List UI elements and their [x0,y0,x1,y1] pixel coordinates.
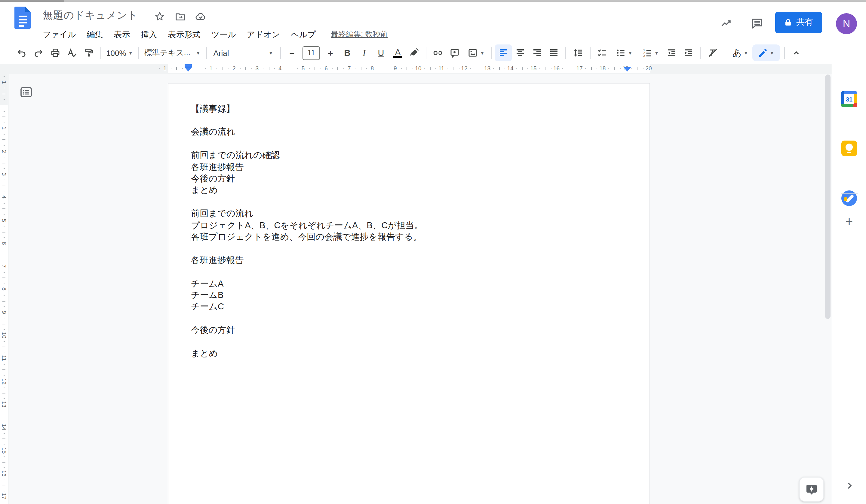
tasks-icon[interactable] [841,191,857,206]
keep-icon[interactable] [841,140,857,156]
star-button[interactable] [152,9,167,24]
menu-item-tools[interactable]: ツール [206,27,242,42]
add-comment-button[interactable] [446,44,463,61]
doc-line[interactable]: 会議の流れ [191,126,625,138]
menu-item-file[interactable]: ファイル [37,27,81,42]
menu-item-addons[interactable]: アドオン [242,27,286,42]
first-line-indent-marker[interactable] [184,64,191,67]
doc-line[interactable]: 今後の方針 [191,173,625,185]
doc-line[interactable]: チームC [191,301,625,313]
menu-item-format[interactable]: 表示形式 [163,27,206,42]
doc-line[interactable]: 今後の方針 [191,324,625,336]
doc-line[interactable]: チームA [191,278,625,289]
paragraph-styles-select[interactable]: 標準テキス... ▼ [142,44,203,61]
font-select[interactable]: Arial ▼ [210,44,277,61]
calendar-icon[interactable]: 31 [841,91,857,107]
doc-line[interactable]: 前回までの流れの確認 [191,150,625,161]
clear-formatting-button[interactable] [704,44,722,61]
insert-image-button[interactable]: ▼ [463,44,489,61]
ruler-tick [3,352,5,353]
open-comments-button[interactable] [748,14,766,32]
doc-line[interactable]: 各班プロジェクトを進め、今回の会議で進捗を報告する。 [191,231,625,243]
doc-line[interactable] [191,138,625,150]
doc-line[interactable]: 各班進捗報告 [191,161,625,173]
undo-button[interactable] [13,44,30,61]
decrease-indent-button[interactable] [663,44,680,61]
v-ruler-number: 11 [1,354,7,362]
document-page[interactable]: 【議事録】 会議の流れ 前回までの流れの確認各班進捗報告今後の方針まとめ 前回ま… [167,83,650,504]
divider [784,47,785,59]
hide-menus-button[interactable] [788,44,805,61]
insert-link-button[interactable] [430,44,446,61]
ruler-tick [3,456,5,457]
show-outline-button[interactable] [19,85,33,99]
doc-line[interactable]: 各班進捗報告 [191,255,625,266]
increase-indent-button[interactable] [680,44,697,61]
redo-button[interactable] [30,44,47,61]
ruler-tick [314,67,315,70]
doc-line[interactable] [191,243,625,255]
left-indent-marker[interactable] [184,67,191,71]
justify-button[interactable] [546,44,563,61]
docs-logo-icon[interactable] [14,6,31,28]
numbered-list-button[interactable]: 1 2 3 ▼ [637,44,664,61]
bold-button[interactable]: B [339,44,356,61]
doc-line[interactable] [191,115,625,126]
bulleted-list-button[interactable]: ▼ [611,44,637,61]
highlight-color-button[interactable] [406,44,423,61]
doc-line[interactable]: チームB [191,289,625,301]
increase-font-size-button[interactable]: + [322,44,339,61]
vertical-scrollbar[interactable] [825,75,831,319]
document-stats-button[interactable] [718,14,735,32]
checklist-button[interactable] [594,44,611,61]
doc-line[interactable] [191,336,625,348]
move-button[interactable] [173,9,188,24]
line-spacing-button[interactable] [569,44,587,61]
ruler-tick [499,67,499,70]
font-size-input[interactable]: 11 [302,46,320,60]
underline-button[interactable]: U [373,44,389,61]
explore-button[interactable] [799,477,824,502]
share-button[interactable]: 共有 [775,12,822,33]
input-tools-button[interactable]: あ ▼ [728,44,752,61]
menu-item-help[interactable]: ヘルプ [285,27,321,42]
align-left-button[interactable] [495,44,512,61]
editing-mode-button[interactable]: ▼ [752,44,780,61]
doc-line[interactable]: 【議事録】 [191,103,625,115]
v-ruler-number: 8 [1,285,7,293]
ruler-tick [292,67,292,70]
decrease-font-size-button[interactable]: − [284,44,300,61]
print-button[interactable] [47,44,64,61]
ruler-tick [614,67,614,70]
right-indent-marker[interactable] [624,67,631,71]
zoom-select[interactable]: 100% ▼ [104,44,135,61]
spelling-check-button[interactable] [64,44,80,61]
menu-item-edit[interactable]: 編集 [81,27,109,42]
doc-line[interactable]: まとめ [191,348,625,359]
doc-line[interactable]: まとめ [191,185,625,196]
paint-format-button[interactable] [80,44,98,61]
last-edit-link[interactable]: 最終編集: 数秒前 [331,30,388,39]
ruler-tick [355,68,355,69]
hide-side-panel-button[interactable] [841,478,857,493]
doc-line[interactable] [191,266,625,278]
save-status-button[interactable] [194,9,208,24]
vertical-ruler[interactable]: 11234567891011121314151617 [0,74,8,504]
menu-item-insert[interactable]: 挿入 [136,27,163,42]
italic-button[interactable]: I [356,44,373,61]
doc-line[interactable] [191,313,625,325]
text-color-button[interactable]: A [389,44,406,61]
align-center-button[interactable] [512,44,529,61]
menu-item-view[interactable]: 表示 [109,27,136,42]
avatar[interactable]: N [836,13,857,34]
horizontal-ruler[interactable]: 11234567891011121314151617181920 [0,64,832,74]
get-addons-button[interactable]: + [841,214,857,229]
align-right-button[interactable] [529,44,546,61]
doc-line[interactable] [191,196,625,208]
keep-bulb-base [847,152,851,153]
doc-line[interactable]: 前回までの流れ [191,208,625,220]
tasks-dot [843,197,847,201]
document-title[interactable]: 無題のドキュメント [43,8,138,22]
ruler-tick [3,399,5,399]
doc-line[interactable]: プロジェクトA、B、CをそれぞれチームA、B、Cが担当。 [191,220,625,231]
